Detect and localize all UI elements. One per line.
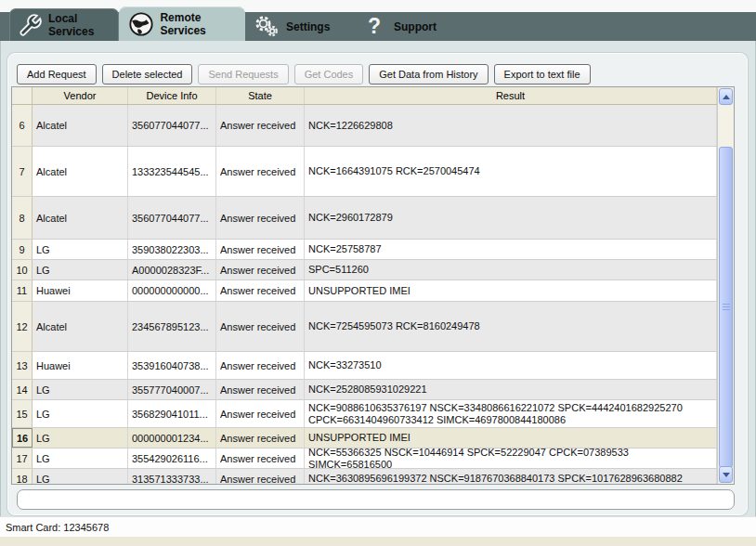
get-codes-button: Get Codes [294, 64, 364, 84]
column-header-vendor[interactable]: Vendor [33, 87, 128, 104]
vendor-cell: Alcatel [33, 197, 128, 239]
result-cell: NCK=25758787 [305, 240, 717, 259]
vendor-cell: LG [33, 469, 128, 484]
delete-selected-button[interactable]: Delete selected [102, 64, 193, 84]
table-row[interactable]: 6Alcatel356077044077...Answer receivedNC… [12, 105, 717, 147]
row-number-cell: 7 [12, 147, 33, 196]
requests-table: VendorDevice InfoStateResult6Alcatel3560… [11, 86, 735, 485]
table-row[interactable]: 18LG313571333733...Answer receivedNCK=36… [12, 469, 717, 484]
device-info-cell: 133323544545... [128, 147, 216, 196]
row-number-cell: 16 [12, 428, 33, 448]
row-number-cell: 11 [12, 280, 33, 301]
row-number-cell: 14 [12, 380, 33, 399]
vendor-cell: LG [33, 240, 128, 259]
tab-label: Remote Services [160, 11, 245, 37]
column-header-state[interactable]: State [216, 87, 305, 104]
device-info-cell: 356077044077... [128, 105, 216, 146]
row-number-cell: 13 [12, 352, 33, 379]
question-icon: ? [360, 16, 388, 37]
device-info-cell: 313571333733... [128, 469, 216, 484]
result-cell: NCK=1664391075 RCK=2570045474 [305, 147, 717, 196]
tab-label: Local Services [48, 12, 118, 38]
table-row[interactable]: 10LGA0000028323F...Answer receivedSPC=51… [12, 260, 717, 280]
result-cell: UNSUPPORTED IMEI [305, 428, 717, 448]
tab-label: Settings [286, 20, 330, 33]
footer-text-input[interactable] [17, 489, 735, 510]
result-cell: NCK=2960172879 [305, 197, 717, 239]
state-cell: Answer received [216, 380, 305, 399]
state-cell: Answer received [216, 400, 305, 427]
table-header-row: VendorDevice InfoStateResult [12, 87, 717, 105]
state-cell: Answer received [216, 280, 305, 301]
tab-support[interactable]: ?Support [360, 12, 463, 41]
table-row[interactable]: 17LG355429026116...Answer receivedNCK=55… [12, 448, 717, 469]
device-info-cell: 356829041011... [128, 400, 216, 427]
row-number-cell: 8 [12, 197, 33, 239]
table-row[interactable]: 14LG355777040007...Answer receivedNCK=25… [12, 380, 717, 400]
state-cell: Answer received [216, 352, 305, 379]
vendor-cell: Huawei [33, 280, 128, 301]
vendor-cell: Alcatel [33, 105, 128, 146]
status-bar: Smart Card: 12345678 [0, 516, 756, 537]
gears-icon [253, 12, 280, 42]
state-cell: Answer received [216, 302, 305, 351]
state-cell: Answer received [216, 448, 305, 468]
device-info-cell: 000000001234... [128, 428, 216, 448]
vendor-cell: LG [33, 380, 128, 399]
table-row[interactable]: 15LG356829041011...Answer receivedNCK=90… [12, 400, 717, 428]
table-body: VendorDevice InfoStateResult6Alcatel3560… [12, 87, 717, 484]
state-cell: Answer received [216, 428, 305, 448]
table-row[interactable]: 9LG359038022303...Answer receivedNCK=257… [12, 240, 717, 260]
result-cell: NCK=55366325 NSCK=10446914 SPCK=52229047… [305, 448, 717, 468]
table-row[interactable]: 8Alcatel356077044077...Answer receivedNC… [12, 197, 717, 240]
result-cell: SPC=511260 [305, 260, 717, 280]
add-request-button[interactable]: Add Request [17, 64, 97, 84]
result-cell: NCK=2528085931029221 [305, 380, 717, 399]
table-row[interactable]: 13Huawei353916040738...Answer receivedNC… [12, 352, 717, 380]
device-info-cell: 355429026116... [128, 448, 216, 468]
table-row[interactable]: 7Alcatel133323544545...Answer receivedNC… [12, 147, 717, 197]
device-info-cell: 234567895123... [128, 302, 216, 351]
table-row[interactable]: 16LG000000001234...Answer receivedUNSUPP… [12, 428, 717, 448]
table-row[interactable]: 11Huawei000000000000...Answer receivedUN… [12, 280, 717, 302]
vendor-cell: LG [33, 428, 128, 448]
result-cell: NCK=7254595073 RCK=8160249478 [305, 302, 717, 351]
result-cell: NCK=1226629808 [305, 105, 717, 146]
vendor-cell: Huawei [33, 352, 128, 379]
column-header-device-info[interactable]: Device Info [128, 87, 216, 104]
vendor-cell: Alcatel [33, 147, 128, 196]
row-number-cell: 6 [12, 105, 33, 146]
table-row[interactable]: 12Alcatel234567895123...Answer receivedN… [12, 302, 717, 352]
scrollbar-thumb[interactable] [719, 147, 733, 468]
get-data-from-history-button[interactable]: Get Data from History [369, 64, 488, 84]
row-number-cell: 17 [12, 448, 33, 468]
row-number-cell: 15 [12, 400, 33, 427]
tab-local-services[interactable]: Local Services [9, 8, 119, 41]
vendor-cell: LG [33, 400, 128, 427]
scroll-up-icon[interactable] [719, 88, 733, 105]
state-cell: Answer received [216, 147, 305, 196]
column-header-number[interactable] [12, 87, 33, 104]
tab-settings[interactable]: Settings [253, 12, 364, 41]
scroll-down-icon[interactable] [719, 466, 733, 483]
device-info-cell: 359038022303... [128, 240, 216, 259]
row-number-cell: 12 [12, 302, 33, 351]
vendor-cell: LG [33, 448, 128, 468]
vertical-scrollbar[interactable] [717, 87, 734, 484]
device-info-cell: 353916040738... [128, 352, 216, 379]
state-cell: Answer received [216, 469, 305, 484]
device-info-cell: 000000000000... [128, 280, 216, 301]
toolbar: Add RequestDelete selectedSend RequestsG… [17, 64, 591, 84]
export-to-text-file-button[interactable]: Export to text file [494, 64, 591, 84]
column-header-result[interactable]: Result [305, 87, 717, 104]
state-cell: Answer received [216, 105, 305, 146]
state-cell: Answer received [216, 240, 305, 259]
result-cell: UNSUPPORTED IMEI [305, 280, 717, 301]
bottom-strip [0, 537, 756, 546]
row-number-cell: 9 [12, 240, 33, 259]
result-cell: NCK=9088610635376197 NSCK=33480866162210… [305, 400, 717, 427]
vendor-cell: Alcatel [33, 302, 128, 351]
tab-remote-services[interactable]: Remote Services [119, 6, 245, 41]
device-info-cell: A0000028323F... [128, 260, 216, 280]
send-requests-button: Send Requests [198, 64, 288, 84]
